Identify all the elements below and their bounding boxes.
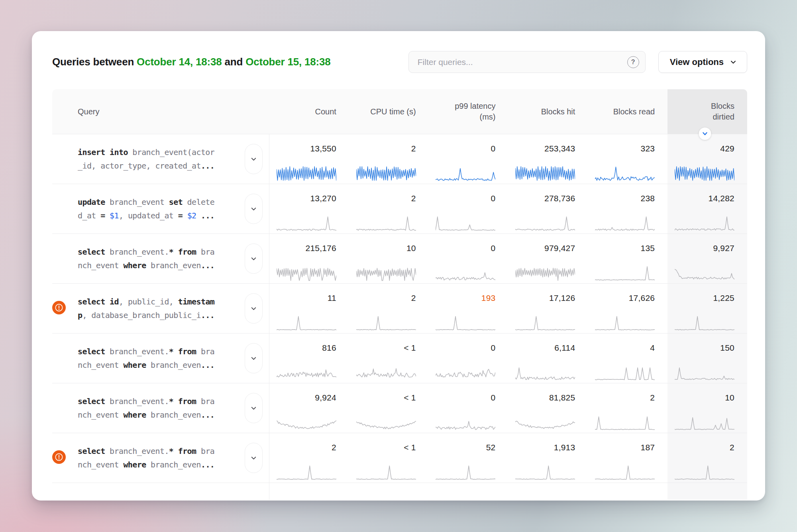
metric-value: 238 (588, 194, 655, 203)
query-token: = (100, 211, 110, 220)
metric-value: 1,913 (508, 443, 575, 452)
metric-cell-hit: 1,913 (508, 433, 588, 483)
sparkline-chart (595, 264, 655, 282)
warning-icon-wrap (52, 301, 66, 316)
metric-value: 979,427 (508, 243, 575, 253)
metric-value: 150 (667, 343, 734, 353)
metric-cell-cpu: < 1 (349, 433, 429, 483)
question-circle-icon[interactable]: ? (627, 56, 639, 68)
metric-value: 17,626 (588, 293, 655, 303)
filter-queries-input[interactable] (408, 51, 646, 73)
date-range-end: October 15, 18:38 (245, 56, 330, 68)
expand-query-button[interactable] (245, 343, 263, 373)
query-token: from (178, 397, 201, 406)
sparkline-chart (356, 463, 416, 481)
column-header-hit[interactable]: Blocks hit (508, 89, 588, 134)
metric-cell (349, 483, 429, 500)
metric-cell-read: 323 (588, 134, 667, 184)
metric-cell (667, 483, 747, 500)
query-token: * (169, 347, 178, 356)
metric-value: 17,126 (508, 293, 575, 303)
table-row: update branch_event set deleted_at = $1,… (52, 184, 747, 234)
metric-cell-hit: 278,736 (508, 184, 588, 234)
page-title: Queries between October 14, 18:38 and Oc… (52, 56, 331, 68)
sparkline-chart (277, 264, 336, 282)
query-token: branch_event(actor (132, 147, 214, 157)
sparkline-chart (595, 414, 655, 431)
expand-query-button[interactable] (245, 443, 263, 473)
metric-value: 2 (349, 194, 416, 203)
query-token: nch_event (78, 360, 123, 370)
expand-query-button[interactable] (245, 293, 263, 324)
expand-query-button[interactable] (245, 393, 263, 423)
chevron-down-icon (250, 255, 257, 263)
metric-value: 429 (667, 144, 734, 153)
query-text-line: select branch_event.* from bra (78, 245, 214, 259)
column-header-count[interactable]: Count (269, 89, 349, 134)
metric-value: 9,927 (667, 243, 734, 253)
metric-cell-hit: 979,427 (508, 234, 588, 283)
column-header-query[interactable]: Query (52, 89, 269, 134)
query-token: branch_event. (110, 247, 169, 257)
query-token: = (178, 211, 187, 220)
column-header-dirtied[interactable]: Blocksdirtied (667, 89, 747, 134)
top-controls: ? View options (408, 51, 747, 73)
metric-value: 13,550 (269, 144, 336, 153)
table-row: select id, public_id, timestamp, databas… (52, 284, 747, 334)
metric-value: 816 (269, 343, 336, 353)
query-token: branch_event (110, 197, 169, 207)
chevron-down-icon (250, 454, 257, 462)
column-header-read[interactable]: Blocks read (588, 89, 667, 134)
top-bar: Queries between October 14, 18:38 and Oc… (32, 31, 765, 73)
sparkline-chart (595, 463, 655, 481)
metric-value: 0 (429, 243, 496, 253)
query-token: delete (187, 197, 215, 207)
query-token: select (78, 247, 110, 257)
metric-cell (588, 483, 667, 500)
column-header-p99[interactable]: p99 latency(ms) (429, 89, 508, 134)
metric-value: < 1 (349, 393, 416, 402)
query-token: d_at (78, 211, 100, 220)
query-text-line: select branch_event.* from bra (78, 345, 214, 358)
query-token: nch_event (78, 410, 123, 420)
sort-direction-button[interactable] (699, 128, 711, 140)
expand-query-button[interactable] (245, 243, 263, 274)
query-token: , database_branch_public_i (82, 310, 200, 320)
query-cell: select branch_event.* from branch_event … (52, 433, 269, 483)
metric-value: 9,924 (269, 393, 336, 402)
query-cell (52, 483, 269, 500)
column-header-cpu[interactable]: CPU time (s) (349, 89, 429, 134)
metric-cell-count: 2 (269, 433, 349, 483)
table-row: insert into branch_event(actor_id, actor… (52, 134, 747, 184)
metric-cell-cpu: 2 (349, 184, 429, 234)
sparkline-chart (356, 414, 416, 431)
column-header-label: dirtied (713, 112, 734, 122)
warning-icon (52, 450, 66, 464)
metric-cell-dirtied: 9,927 (667, 234, 747, 283)
metric-cell-cpu: < 1 (349, 334, 429, 383)
query-cell: select branch_event.* from branch_event … (52, 234, 269, 283)
query-token: where (123, 360, 151, 370)
query-cell: select branch_event.* from branch_event … (52, 334, 269, 383)
date-range-start: October 14, 18:38 (137, 56, 222, 68)
sparkline-chart (675, 414, 734, 431)
view-options-button[interactable]: View options (658, 51, 747, 73)
query-token: $1 (110, 211, 119, 220)
sparkline-chart (356, 364, 416, 381)
metric-value: 0 (429, 343, 496, 353)
sparkline-chart (515, 314, 575, 332)
expand-query-button[interactable] (245, 144, 263, 174)
metric-cell-dirtied: 10 (667, 383, 747, 433)
metric-cell-read: 135 (588, 234, 667, 283)
metric-cell-count: 13,270 (269, 184, 349, 234)
expand-query-button[interactable] (245, 194, 263, 224)
query-token: where (123, 261, 151, 270)
query-text-line: select id, public_id, timestam (78, 295, 214, 308)
query-token: where (123, 410, 151, 420)
sparkline-chart (675, 214, 734, 232)
metric-value: < 1 (349, 443, 416, 452)
metric-cell-dirtied: 2 (667, 433, 747, 483)
metric-cell-dirtied: 14,282 (667, 184, 747, 234)
metric-value: 323 (588, 144, 655, 153)
metric-value: 2 (667, 443, 734, 452)
